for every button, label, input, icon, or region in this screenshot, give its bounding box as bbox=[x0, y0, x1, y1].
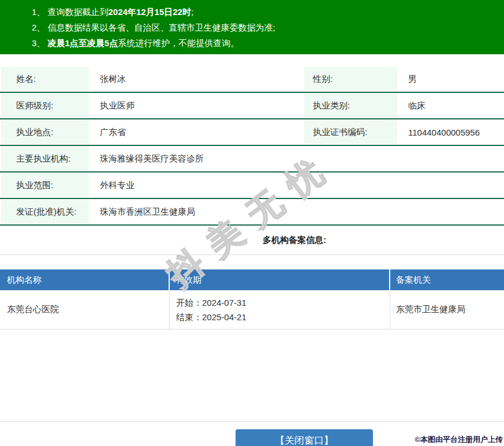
upload-copyright-note: ©本图由平台注册用户上传 bbox=[415, 434, 503, 445]
field-label-main-institution: 主要执业机构: bbox=[1, 147, 89, 171]
notice-3-text: 系统进行维护，不能提供查询。 bbox=[118, 38, 239, 48]
notice-line-2: 2、 信息数据结果以各省、自治区、直辖市卫生健康委数据为准; bbox=[32, 20, 504, 35]
field-label-name: 姓名: bbox=[1, 67, 89, 91]
notice-1-text: 1、 查询数据截止到 bbox=[32, 7, 109, 17]
notice-1-suffix: ; bbox=[191, 7, 193, 17]
table-row: 执业范围: 外科专业 bbox=[0, 173, 504, 199]
column-header-filing-authority: 备案机关 bbox=[390, 269, 504, 290]
notice-line-3: 3、 凌晨1点至凌晨5点系统进行维护，不能提供查询。 bbox=[32, 35, 504, 51]
validity-start-date: 开始：2024-07-31 bbox=[176, 295, 390, 310]
field-label-practice-location: 执业地点: bbox=[1, 120, 89, 144]
close-window-button[interactable]: 【关闭窗口】 bbox=[236, 429, 373, 446]
notice-3-bold: 凌晨1点至凌晨5点 bbox=[48, 38, 118, 48]
field-value-practice-category: 临床 bbox=[398, 93, 504, 118]
filing-table-row: 东莞台心医院 开始：2024-07-31 结束：2025-04-21 东莞市卫生… bbox=[0, 290, 504, 329]
notice-2-text: 2、 信息数据结果以各省、自治区、直辖市卫生健康委数据为准; bbox=[32, 23, 275, 32]
footer-divider bbox=[0, 421, 504, 422]
field-label-practice-category: 执业类别: bbox=[304, 93, 397, 118]
field-value-doctor-level: 执业医师 bbox=[90, 93, 303, 118]
filing-table: 机构名称 有效期 备案机关 东莞台心医院 开始：2024-07-31 结束：20… bbox=[0, 269, 504, 329]
field-value-gender: 男 bbox=[398, 66, 504, 92]
notice-3-prefix: 3、 bbox=[32, 38, 48, 48]
field-value-practice-scope: 外科专业 bbox=[90, 173, 504, 198]
field-value-main-institution: 珠海雅缘得美医疗美容诊所 bbox=[90, 146, 504, 171]
field-value-issuing-authority: 珠海市香洲区卫生健康局 bbox=[90, 199, 504, 224]
practitioner-info-table: 姓名: 张树冰 性别: 男 医师级别: 执业医师 执业类别: 临床 执业地点: … bbox=[0, 66, 504, 226]
table-row: 主要执业机构: 珠海雅缘得美医疗美容诊所 bbox=[0, 146, 504, 173]
filing-institution-name: 东莞台心医院 bbox=[0, 290, 170, 329]
notice-line-1: 1、 查询数据截止到2024年12月15日22时; bbox=[32, 4, 504, 20]
table-row: 执业地点: 广东省 执业证书编码: 110440400005956 bbox=[0, 119, 504, 146]
notice-banner: 1、 查询数据截止到2024年12月15日22时; 2、 信息数据结果以各省、自… bbox=[0, 0, 504, 54]
column-header-institution-name: 机构名称 bbox=[0, 269, 170, 290]
field-value-practice-location: 广东省 bbox=[90, 119, 303, 145]
field-label-doctor-level: 医师级别: bbox=[1, 93, 89, 118]
table-row: 姓名: 张树冰 性别: 男 bbox=[0, 66, 504, 93]
field-value-name: 张树冰 bbox=[90, 66, 303, 92]
multi-institution-section-title: 多机构备案信息: bbox=[0, 234, 504, 246]
field-label-practice-scope: 执业范围: bbox=[1, 173, 89, 197]
field-value-certificate-number: 110440400005956 bbox=[398, 119, 504, 145]
filing-authority: 东莞市卫生健康局 bbox=[390, 290, 504, 329]
field-label-gender: 性别: bbox=[304, 67, 397, 91]
field-label-issuing-authority: 发证(批准)机关: bbox=[1, 200, 89, 224]
notice-1-bold: 2024年12月15日22时 bbox=[109, 7, 191, 17]
section-divider bbox=[0, 254, 504, 255]
filing-validity-period: 开始：2024-07-31 结束：2025-04-21 bbox=[170, 290, 390, 329]
license-query-result-page: 1、 查询数据截止到2024年12月15日22时; 2、 信息数据结果以各省、自… bbox=[0, 0, 504, 446]
column-header-validity-period: 有效期 bbox=[170, 269, 390, 290]
table-row: 医师级别: 执业医师 执业类别: 临床 bbox=[0, 93, 504, 119]
table-row: 发证(批准)机关: 珠海市香洲区卫生健康局 bbox=[0, 199, 504, 226]
filing-table-header: 机构名称 有效期 备案机关 bbox=[0, 269, 504, 290]
field-label-certificate-number: 执业证书编码: bbox=[304, 120, 397, 144]
validity-end-date: 结束：2025-04-21 bbox=[176, 310, 390, 324]
